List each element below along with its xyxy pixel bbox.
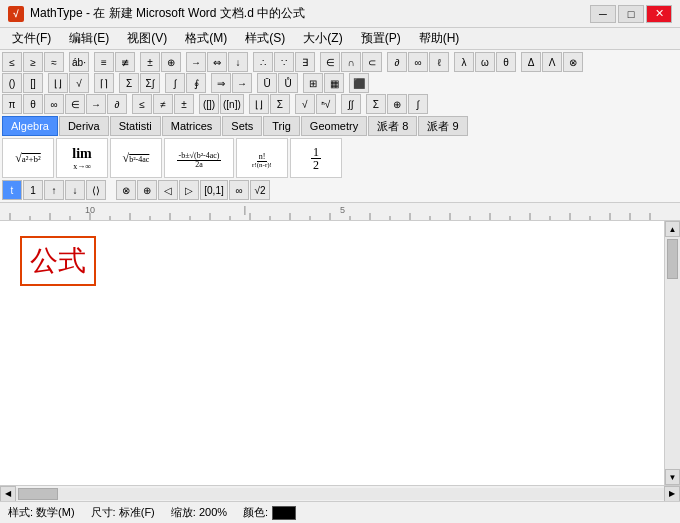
tab-trig[interactable]: Trig xyxy=(263,116,300,136)
sym-bracket[interactable]: [] xyxy=(23,73,43,93)
template-quadratic[interactable]: -b±√(b²-4ac) 2a xyxy=(164,138,234,178)
sym-oplus[interactable]: ⊕ xyxy=(161,52,181,72)
sym-neq[interactable]: ≠ xyxy=(153,94,173,114)
scroll-down-arrow[interactable]: ▼ xyxy=(665,469,680,485)
sym-int2[interactable]: ∫∫ xyxy=(341,94,361,114)
close-button[interactable]: ✕ xyxy=(646,5,672,23)
tab-geometry[interactable]: Geometry xyxy=(301,116,367,136)
sym-in2[interactable]: ∈ xyxy=(65,94,85,114)
sym-floor2[interactable]: ⌊⌋ xyxy=(249,94,269,114)
sym-sigma2[interactable]: Σ xyxy=(270,94,290,114)
template-combination[interactable]: n! r!(n-r)! xyxy=(236,138,288,178)
sym-arrow2[interactable]: → xyxy=(232,73,252,93)
sym-nsqrt[interactable]: ⁿ√ xyxy=(316,94,336,114)
edit-area[interactable]: 公式 xyxy=(0,221,664,485)
sym-pi[interactable]: π xyxy=(2,94,22,114)
sym-leq[interactable]: ≤ xyxy=(2,52,22,72)
sym-integral[interactable]: ∫ xyxy=(165,73,185,93)
tab-deriva[interactable]: Deriva xyxy=(59,116,109,136)
sym-lambda-cap[interactable]: Λ xyxy=(542,52,562,72)
sym-oplus2[interactable]: ⊕ xyxy=(387,94,407,114)
btn-otimes[interactable]: ⊗ xyxy=(116,180,136,200)
tab-statisti[interactable]: Statisti xyxy=(110,116,161,136)
sym-therefore[interactable]: ∴ xyxy=(253,52,273,72)
menu-format[interactable]: 格式(M) xyxy=(177,29,235,49)
scroll-right-arrow[interactable]: ▶ xyxy=(664,486,680,502)
template-sqrt-b2-4ac[interactable]: √b²-4ac xyxy=(110,138,162,178)
horizontal-scrollbar[interactable]: ◀ ▶ xyxy=(0,485,680,501)
sym-dot[interactable]: áb· xyxy=(69,52,89,72)
sym-int3[interactable]: ∫ xyxy=(408,94,428,114)
sym-subset[interactable]: ⊂ xyxy=(362,52,382,72)
sym-infty2[interactable]: ∞ xyxy=(44,94,64,114)
sym-sqrt3[interactable]: √ xyxy=(295,94,315,114)
sym-grid1[interactable]: ⊞ xyxy=(303,73,323,93)
sym-paren2[interactable]: ([]) xyxy=(199,94,219,114)
sym-otimes[interactable]: ⊗ xyxy=(563,52,583,72)
scroll-up-arrow[interactable]: ▲ xyxy=(665,221,680,237)
menu-edit[interactable]: 编辑(E) xyxy=(61,29,117,49)
menu-size[interactable]: 大小(Z) xyxy=(295,29,350,49)
scroll-left-arrow[interactable]: ◀ xyxy=(0,486,16,502)
sym-pm2[interactable]: ± xyxy=(174,94,194,114)
btn-up[interactable]: ↑ xyxy=(44,180,64,200)
maximize-button[interactable]: □ xyxy=(618,5,644,23)
template-sqrt-a2b2[interactable]: √a²+b² xyxy=(2,138,54,178)
sym-partial[interactable]: ∂ xyxy=(387,52,407,72)
sym-sqrt2[interactable]: √ xyxy=(69,73,89,93)
sym-geq[interactable]: ≥ xyxy=(23,52,43,72)
sym-to[interactable]: → xyxy=(86,94,106,114)
tab-派者8[interactable]: 派者 8 xyxy=(368,116,417,136)
btn-sqrt4[interactable]: √2 xyxy=(250,180,270,200)
btn-infty3[interactable]: ∞ xyxy=(229,180,249,200)
sym-ell[interactable]: ℓ xyxy=(429,52,449,72)
template-half[interactable]: 1 2 xyxy=(290,138,342,178)
tab-matrices[interactable]: Matrices xyxy=(162,116,222,136)
sym-delta[interactable]: Δ xyxy=(521,52,541,72)
btn-super1[interactable]: 1 xyxy=(23,180,43,200)
sym-infty[interactable]: ∞ xyxy=(408,52,428,72)
btn-text-mode[interactable]: t xyxy=(2,180,22,200)
sym-sigma3[interactable]: Σ xyxy=(366,94,386,114)
menu-preset[interactable]: 预置(P) xyxy=(353,29,409,49)
vertical-scrollbar[interactable]: ▲ ▼ xyxy=(664,221,680,485)
sym-in[interactable]: ∈ xyxy=(320,52,340,72)
sym-iff[interactable]: ⇔ xyxy=(207,52,227,72)
sym-down[interactable]: ↓ xyxy=(228,52,248,72)
btn-interval[interactable]: [0,1] xyxy=(200,180,228,200)
template-lim[interactable]: lim x→∞ xyxy=(56,138,108,178)
btn-triL[interactable]: ◁ xyxy=(158,180,178,200)
sym-exists[interactable]: ∃ xyxy=(295,52,315,72)
minimize-button[interactable]: ─ xyxy=(590,5,616,23)
sym-nequiv[interactable]: ≢ xyxy=(115,52,135,72)
menu-view[interactable]: 视图(V) xyxy=(119,29,175,49)
sym-sigma[interactable]: Σ xyxy=(119,73,139,93)
sym-sigma-int[interactable]: Σ∫ xyxy=(140,73,160,93)
sym-nmat[interactable]: ([n]) xyxy=(220,94,244,114)
sym-floor[interactable]: ⌊⌋ xyxy=(48,73,68,93)
sym-theta2[interactable]: θ xyxy=(23,94,43,114)
tab-algebra[interactable]: Algebra xyxy=(2,116,58,136)
sym-equiv[interactable]: ≡ xyxy=(94,52,114,72)
sym-arrow[interactable]: → xyxy=(186,52,206,72)
sym-ubar[interactable]: Ū xyxy=(257,73,277,93)
sym-partial2[interactable]: ∂ xyxy=(107,94,127,114)
sym-omega[interactable]: ω xyxy=(475,52,495,72)
tab-派者9[interactable]: 派者 9 xyxy=(418,116,467,136)
sym-ceil[interactable]: ⌈⌉ xyxy=(94,73,114,93)
sym-grid2[interactable]: ▦ xyxy=(324,73,344,93)
sym-approx[interactable]: ≈ xyxy=(44,52,64,72)
sym-implies[interactable]: ⇒ xyxy=(211,73,231,93)
scroll-thumb-v[interactable] xyxy=(667,239,678,279)
sym-oint[interactable]: ∮ xyxy=(186,73,206,93)
tab-sets[interactable]: Sets xyxy=(222,116,262,136)
menu-style[interactable]: 样式(S) xyxy=(237,29,293,49)
sym-because[interactable]: ∵ xyxy=(274,52,294,72)
scroll-thumb-h[interactable] xyxy=(18,488,58,500)
sym-theta[interactable]: θ xyxy=(496,52,516,72)
btn-oplus[interactable]: ⊕ xyxy=(137,180,157,200)
sym-leq2[interactable]: ≤ xyxy=(132,94,152,114)
sym-pm[interactable]: ± xyxy=(140,52,160,72)
sym-paren[interactable]: () xyxy=(2,73,22,93)
sym-cap[interactable]: ∩ xyxy=(341,52,361,72)
